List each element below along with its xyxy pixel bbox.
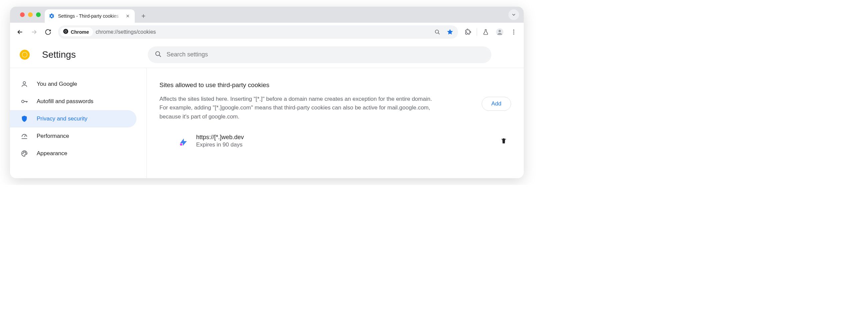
extensions-button[interactable]: [462, 26, 474, 38]
sidebar-item-privacy[interactable]: Privacy and security: [10, 110, 136, 127]
new-tab-button[interactable]: [137, 10, 150, 22]
chrome-logo-icon: [63, 28, 69, 35]
sidebar-item-label: Privacy and security: [37, 115, 87, 122]
section-description: Affects the sites listed here. Inserting…: [159, 95, 440, 121]
bookmark-star-icon[interactable]: [445, 27, 455, 37]
chrome-settings-logo-icon: [19, 49, 30, 60]
sidebar-item-label: Performance: [37, 133, 69, 140]
site-url: https://[*.]web.dev: [196, 134, 490, 141]
allowed-site-row: https://[*.]web.dev Expires in 90 days: [159, 130, 511, 152]
shield-icon: [21, 115, 28, 122]
divider: [477, 28, 477, 36]
close-tab-button[interactable]: [125, 13, 131, 19]
svg-point-11: [22, 52, 27, 57]
section-title: Sites allowed to use third-party cookies: [159, 81, 474, 89]
svg-point-18: [26, 153, 26, 153]
svg-point-14: [22, 100, 24, 103]
tab-search-button[interactable]: [508, 9, 519, 20]
svg-point-2: [65, 31, 67, 32]
profile-button[interactable]: [494, 26, 506, 38]
settings-header: Settings: [10, 41, 524, 68]
sidebar-item-label: Appearance: [37, 150, 67, 157]
svg-point-13: [23, 82, 25, 84]
url-input[interactable]: [96, 29, 430, 35]
svg-point-7: [513, 31, 514, 32]
main-content: Sites allowed to use third-party cookies…: [147, 68, 524, 178]
sidebar-item-performance[interactable]: Performance: [10, 127, 136, 145]
page-title: Settings: [42, 49, 76, 60]
section-header: Sites allowed to use third-party cookies…: [159, 81, 511, 121]
svg-point-17: [25, 152, 25, 152]
browser-tab[interactable]: Settings - Third-party cookies: [45, 9, 135, 23]
reload-button[interactable]: [42, 26, 54, 38]
palette-icon: [21, 150, 28, 157]
minimize-window-button[interactable]: [28, 12, 33, 17]
svg-point-16: [23, 152, 24, 152]
address-bar[interactable]: Chrome: [58, 25, 458, 39]
labs-button[interactable]: [480, 26, 492, 38]
sidebar: You and Google Autofill and passwords Pr…: [10, 68, 147, 178]
search-settings-field[interactable]: [148, 47, 491, 63]
sidebar-item-autofill[interactable]: Autofill and passwords: [10, 93, 136, 110]
forward-button[interactable]: [28, 26, 40, 38]
add-button[interactable]: Add: [482, 97, 511, 111]
tab-strip: Settings - Third-party cookies: [10, 7, 524, 23]
search-settings-input[interactable]: [166, 51, 485, 58]
sidebar-item-label: Autofill and passwords: [37, 98, 93, 105]
site-favicon-icon: [178, 136, 189, 146]
sidebar-item-appearance[interactable]: Appearance: [10, 145, 136, 162]
window-controls: [16, 7, 45, 23]
svg-point-19: [180, 143, 183, 145]
close-window-button[interactable]: [20, 12, 25, 17]
speedometer-icon: [21, 133, 28, 140]
svg-point-3: [435, 30, 439, 33]
settings-body: You and Google Autofill and passwords Pr…: [10, 68, 524, 178]
toolbar: Chrome: [10, 23, 524, 41]
svg-point-8: [513, 33, 514, 34]
person-icon: [21, 80, 28, 88]
gear-icon: [49, 13, 55, 19]
svg-point-12: [156, 51, 160, 55]
delete-site-button[interactable]: [497, 135, 510, 148]
svg-point-5: [499, 30, 501, 32]
maximize-window-button[interactable]: [36, 12, 41, 17]
site-info-label: Chrome: [71, 29, 89, 35]
zoom-icon[interactable]: [433, 27, 442, 37]
back-button[interactable]: [14, 26, 26, 38]
key-icon: [21, 98, 28, 105]
tab-title: Settings - Third-party cookies: [58, 13, 121, 19]
search-icon: [154, 50, 162, 59]
svg-point-15: [23, 153, 23, 154]
sidebar-item-label: You and Google: [37, 81, 77, 87]
sidebar-item-you-and-google[interactable]: You and Google: [10, 76, 136, 93]
menu-button[interactable]: [508, 26, 520, 38]
site-info-chip[interactable]: Chrome: [60, 27, 93, 36]
site-expiry: Expires in 90 days: [196, 142, 490, 148]
browser-window: Settings - Third-party cookies: [10, 7, 524, 178]
svg-point-6: [513, 29, 514, 30]
